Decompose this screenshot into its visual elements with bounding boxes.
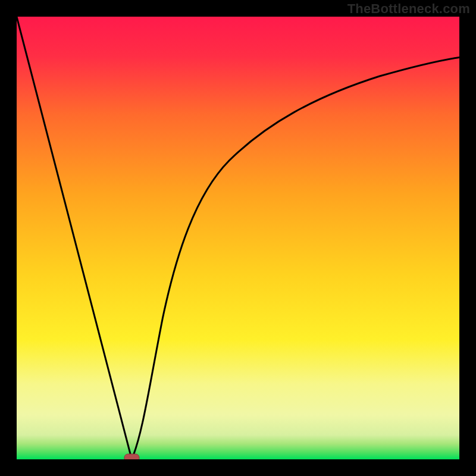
bottleneck-chart <box>17 17 459 459</box>
watermark-text: TheBottleneck.com <box>347 1 470 17</box>
minimum-marker <box>124 454 139 459</box>
chart-frame: TheBottleneck.com <box>0 0 476 476</box>
gradient-background <box>17 17 459 459</box>
